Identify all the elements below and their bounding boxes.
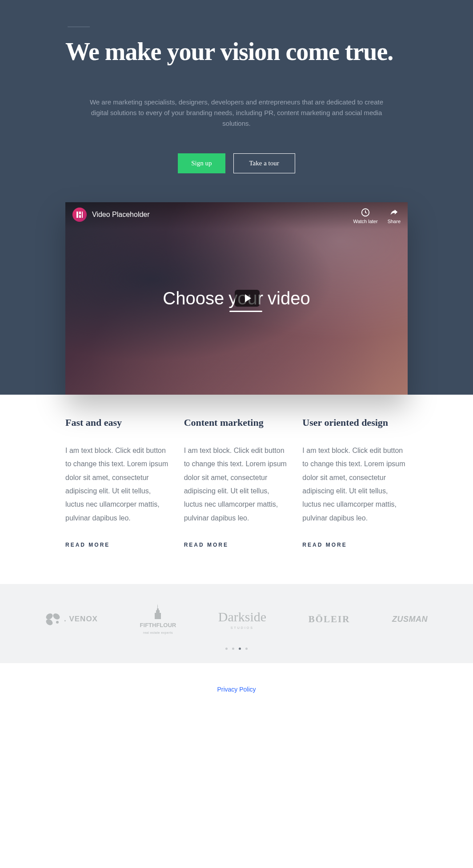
read-more-link[interactable]: READ MORE bbox=[184, 542, 228, 548]
logo-venox[interactable]: . VENOX bbox=[45, 612, 98, 626]
feature-fast-easy: Fast and easy I am text block. Click edi… bbox=[65, 417, 171, 548]
venox-mark-icon bbox=[45, 612, 61, 626]
play-button[interactable] bbox=[235, 290, 260, 307]
feature-body: I am text block. Click edit button to ch… bbox=[65, 444, 171, 525]
divider-line bbox=[68, 27, 90, 27]
logo-darkside[interactable]: Darkside STUDIOS bbox=[218, 609, 266, 629]
svg-point-6 bbox=[52, 612, 61, 621]
logo-darkside-sub: STUDIOS bbox=[231, 626, 254, 629]
logo-venox-text: . VENOX bbox=[64, 615, 98, 624]
video-center-overlay: Choose yo ur video bbox=[65, 202, 408, 395]
hero-title: We make your vision come true. bbox=[65, 38, 408, 66]
video-text-choose: Choose bbox=[163, 288, 224, 308]
svg-point-8 bbox=[56, 621, 59, 624]
feature-title: Content marketing bbox=[184, 417, 289, 428]
feature-user-oriented: User oriented design I am text block. Cl… bbox=[302, 417, 408, 548]
feature-title: User oriented design bbox=[302, 417, 408, 428]
privacy-policy-link[interactable]: Privacy Policy bbox=[217, 686, 256, 693]
footer: Privacy Policy bbox=[0, 663, 473, 707]
logo-darkside-text: Darkside bbox=[218, 609, 266, 624]
logos-carousel: . VENOX FIFTHFLOUR real estate experts D… bbox=[0, 584, 473, 663]
logo-boleir[interactable]: BŌLEIR bbox=[309, 614, 350, 625]
play-icon bbox=[245, 294, 251, 302]
logo-fifthflour-sub: real estate experts bbox=[143, 631, 173, 634]
logo-fifthflour[interactable]: FIFTHFLOUR real estate experts bbox=[140, 604, 176, 634]
logo-boleir-text: BŌLEIR bbox=[309, 614, 350, 625]
video-text-your: yo ur bbox=[228, 288, 263, 308]
carousel-dot-1[interactable] bbox=[232, 648, 234, 650]
feature-body: I am text block. Click edit button to ch… bbox=[302, 444, 408, 525]
video-container: Video Placeholder Watch later Share Choo… bbox=[56, 202, 417, 395]
feature-content-marketing: Content marketing I am text block. Click… bbox=[184, 417, 289, 548]
logo-zusman-text: ZUSMAN bbox=[392, 615, 428, 624]
feature-body: I am text block. Click edit button to ch… bbox=[184, 444, 289, 525]
hero-section: We make your vision come true. We are ma… bbox=[0, 0, 473, 395]
carousel-dot-0[interactable] bbox=[225, 648, 228, 650]
video-player[interactable]: Video Placeholder Watch later Share Choo… bbox=[65, 202, 408, 395]
carousel-dot-3[interactable] bbox=[245, 648, 248, 650]
logo-zusman[interactable]: ZUSMAN bbox=[392, 615, 428, 624]
button-row: Sign up Take a tour bbox=[65, 153, 408, 173]
read-more-link[interactable]: READ MORE bbox=[65, 542, 110, 548]
carousel-dots bbox=[45, 648, 428, 650]
logos-row: . VENOX FIFTHFLOUR real estate experts D… bbox=[45, 604, 428, 634]
hero-subtitle: We are marketing specialists, designers,… bbox=[81, 97, 392, 129]
take-tour-button[interactable]: Take a tour bbox=[233, 153, 295, 173]
logo-fifthflour-text: FIFTHFLOUR bbox=[140, 622, 176, 628]
signup-button[interactable]: Sign up bbox=[178, 153, 225, 173]
video-text-video: video bbox=[268, 288, 310, 308]
carousel-dot-2[interactable] bbox=[239, 648, 241, 650]
building-icon bbox=[151, 604, 164, 619]
feature-title: Fast and easy bbox=[65, 417, 171, 428]
read-more-link[interactable]: READ MORE bbox=[302, 542, 347, 548]
